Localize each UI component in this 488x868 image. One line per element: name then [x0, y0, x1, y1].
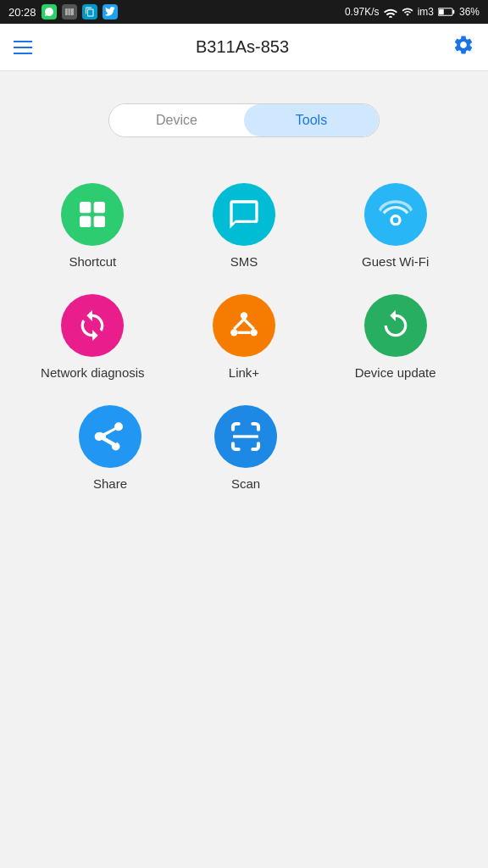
- carrier-label: im3: [418, 6, 434, 18]
- signal-icon: [402, 6, 413, 18]
- guest-wifi-icon-circle: [364, 183, 427, 246]
- barcode-icon: [62, 4, 77, 19]
- wifi-icon: [384, 6, 397, 18]
- tool-device-update[interactable]: Device update: [328, 286, 463, 388]
- device-update-icon-circle: [364, 294, 427, 357]
- svg-rect-9: [80, 202, 91, 213]
- whatsapp-icon: [42, 4, 57, 19]
- battery-icon: [438, 7, 455, 17]
- svg-rect-8: [439, 9, 444, 14]
- time-display: 20:28: [8, 6, 36, 19]
- share-label: Share: [93, 476, 127, 491]
- tool-shortcut[interactable]: Shortcut: [25, 175, 160, 277]
- tool-linkplus[interactable]: Link+: [176, 286, 312, 388]
- tool-guest-wifi[interactable]: Guest Wi-Fi: [328, 175, 463, 277]
- svg-rect-10: [94, 202, 105, 213]
- tool-sms[interactable]: SMS: [176, 175, 312, 277]
- svg-rect-3: [70, 8, 71, 15]
- status-left: 20:28: [8, 4, 118, 19]
- tool-scan[interactable]: Scan: [178, 397, 313, 499]
- scan-icon-circle: [214, 405, 277, 468]
- svg-line-16: [234, 320, 244, 330]
- svg-point-15: [250, 329, 257, 336]
- twitter-icon: [103, 4, 118, 19]
- share-icon-circle: [79, 405, 141, 468]
- status-bar: 20:28 0.97K/s im3 36%: [0, 0, 488, 24]
- shortcut-icon-circle: [61, 183, 124, 246]
- hamburger-menu[interactable]: [14, 41, 32, 54]
- battery-level: 36%: [459, 6, 480, 18]
- svg-rect-11: [80, 216, 91, 227]
- guest-wifi-label: Guest Wi-Fi: [362, 254, 429, 269]
- page-title: B311As-853: [196, 37, 289, 57]
- svg-point-13: [241, 312, 247, 319]
- copy-icon: [82, 4, 97, 19]
- sms-label: SMS: [230, 254, 258, 269]
- tools-grid: Shortcut SMS Guest Wi-Fi Network diagnos…: [0, 166, 488, 508]
- scan-label: Scan: [231, 476, 260, 491]
- status-right: 0.97K/s im3 36%: [345, 6, 480, 18]
- svg-point-14: [230, 329, 237, 336]
- svg-rect-7: [452, 10, 454, 14]
- tab-bar: Device Tools: [108, 103, 380, 137]
- svg-line-17: [244, 320, 254, 330]
- tools-row-2: Network diagnosis Link+ Device update: [17, 286, 471, 388]
- linkplus-icon-circle: [213, 294, 275, 357]
- header: B311As-853: [0, 24, 488, 71]
- tab-tools[interactable]: Tools: [244, 104, 379, 136]
- shortcut-label: Shortcut: [69, 254, 116, 269]
- linkplus-label: Link+: [229, 365, 259, 380]
- settings-icon[interactable]: [452, 34, 474, 61]
- network-diagnosis-icon-circle: [61, 294, 124, 357]
- tools-row-1: Shortcut SMS Guest Wi-Fi: [17, 175, 471, 277]
- svg-rect-0: [65, 8, 66, 15]
- svg-rect-1: [67, 8, 68, 15]
- tool-network-diagnosis[interactable]: Network diagnosis: [25, 286, 160, 388]
- sms-icon-circle: [213, 183, 275, 246]
- svg-rect-2: [69, 8, 69, 15]
- svg-rect-5: [73, 8, 74, 15]
- svg-rect-4: [71, 8, 72, 15]
- svg-rect-12: [94, 216, 105, 227]
- tools-row-3: Share Scan: [17, 397, 471, 499]
- network-speed: 0.97K/s: [345, 6, 380, 18]
- tab-device[interactable]: Device: [109, 104, 244, 136]
- device-update-label: Device update: [355, 365, 436, 380]
- tool-share[interactable]: Share: [42, 397, 178, 499]
- network-diagnosis-label: Network diagnosis: [41, 365, 145, 380]
